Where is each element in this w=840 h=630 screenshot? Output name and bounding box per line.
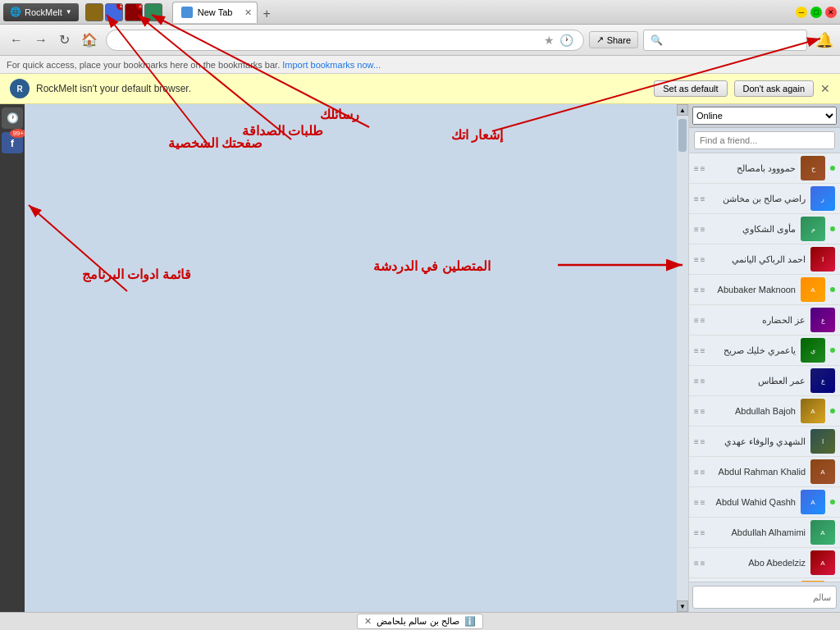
friend-list-item[interactable]: ≡ ≡ Abdul Rahman Khalid A bbox=[689, 457, 840, 487]
friend-action-buttons: ≡ ≡ bbox=[694, 528, 705, 537]
friend-more-btn[interactable]: ≡ bbox=[701, 346, 705, 355]
friend-more-btn[interactable]: ≡ bbox=[701, 255, 705, 264]
friend-more-btn[interactable]: ≡ bbox=[701, 528, 705, 537]
friend-action-buttons: ≡ ≡ bbox=[694, 255, 705, 264]
notification-bell-icon[interactable]: 🔔 bbox=[815, 31, 833, 49]
rockmelt-menu-button[interactable]: 🌐 RockMelt ▼ bbox=[3, 3, 79, 21]
friend-chat-btn[interactable]: ≡ bbox=[694, 437, 699, 446]
friends-filter-select[interactable]: Online All Friends bbox=[692, 107, 837, 125]
scroll-up-button[interactable]: ▲ bbox=[677, 104, 688, 116]
friend-more-btn[interactable]: ≡ bbox=[701, 194, 705, 203]
friend-action-buttons: ≡ ≡ bbox=[694, 437, 705, 446]
friend-chat-btn[interactable]: ≡ bbox=[694, 255, 699, 264]
import-bookmarks-link[interactable]: Import bookmarks now... bbox=[282, 60, 381, 70]
friend-list-item[interactable]: ≡ ≡ Abdullah Bajoh A bbox=[689, 396, 840, 427]
friend-more-btn[interactable]: ≡ bbox=[701, 377, 705, 386]
bookmark-icon[interactable]: ★ bbox=[544, 34, 555, 47]
friend-list-item[interactable]: ≡ ≡ ياعمري خليك صريح ي bbox=[689, 336, 840, 366]
friend-chat-btn[interactable]: ≡ bbox=[694, 559, 699, 568]
set-default-button[interactable]: Set as default bbox=[654, 80, 727, 97]
friend-chat-btn[interactable]: ≡ bbox=[694, 407, 699, 416]
history-icon[interactable]: 🕐 bbox=[559, 34, 573, 47]
bookmarks-bar: For quick access, place your bookmarks h… bbox=[0, 56, 840, 74]
tab-new-tab[interactable]: New Tab ✕ bbox=[172, 2, 258, 23]
friend-chat-btn[interactable]: ≡ bbox=[694, 468, 699, 477]
friend-action-buttons: ≡ ≡ bbox=[694, 377, 705, 386]
dropdown-arrow-icon: ▼ bbox=[66, 8, 72, 16]
dont-ask-button[interactable]: Don't ask again bbox=[734, 80, 814, 97]
friend-chat-btn[interactable]: ≡ bbox=[694, 498, 699, 507]
friend-more-btn[interactable]: ≡ bbox=[701, 316, 705, 325]
friend-action-buttons: ≡ ≡ bbox=[694, 559, 705, 568]
friend-chat-btn[interactable]: ≡ bbox=[694, 164, 699, 173]
friend-chat-btn[interactable]: ≡ bbox=[694, 316, 699, 325]
friend-chat-btn[interactable]: ≡ bbox=[694, 377, 699, 386]
friend-more-btn[interactable]: ≡ bbox=[701, 164, 705, 173]
title-bar: 🌐 RockMelt ▼ 1 2 New Tab ✕ + ─ □ ✕ bbox=[0, 0, 840, 25]
notification-banner: R RockMelt isn't your default browser. S… bbox=[0, 74, 840, 104]
friend-more-btn[interactable]: ≡ bbox=[701, 225, 705, 234]
close-button[interactable]: ✕ bbox=[825, 7, 837, 18]
status-bar-close[interactable]: ✕ bbox=[364, 616, 372, 627]
banner-close-button[interactable]: ✕ bbox=[820, 82, 830, 95]
friends-search-input[interactable] bbox=[694, 131, 835, 149]
chat-input[interactable] bbox=[692, 586, 837, 609]
status-bar: ℹ️ صالح بن سالم بلحامض ✕ bbox=[0, 612, 840, 630]
friend-list-item[interactable]: ≡ ≡ Abdul Wahid Qashh A bbox=[689, 487, 840, 518]
friend-action-buttons: ≡ ≡ bbox=[694, 225, 705, 234]
friend-chat-btn[interactable]: ≡ bbox=[694, 528, 699, 537]
friend-avatar-2[interactable]: 1 bbox=[105, 3, 123, 21]
friend-name-text: Abubaker Maknoon bbox=[710, 285, 796, 294]
home-button[interactable]: 🏠 bbox=[78, 30, 101, 49]
share-button[interactable]: ↗ Share bbox=[589, 31, 638, 48]
minimize-button[interactable]: ─ bbox=[796, 7, 807, 18]
back-button[interactable]: ← bbox=[7, 31, 26, 49]
friend-name-text: الشهدي والوفاء عهدي bbox=[710, 436, 806, 447]
friend-more-btn[interactable]: ≡ bbox=[701, 437, 705, 446]
sidebar-item-clock[interactable]: 🕐 bbox=[2, 107, 23, 129]
friend-avatar-img: A bbox=[801, 490, 825, 514]
friend-list-item[interactable]: ≡ ≡ الشهدي والوفاء عهدي ا bbox=[689, 427, 840, 457]
profile-avatar[interactable] bbox=[85, 3, 103, 21]
browser-title: RockMelt bbox=[25, 7, 62, 17]
friend-more-btn[interactable]: ≡ bbox=[701, 468, 705, 477]
status-username: صالح بن سالم بلحامض bbox=[377, 616, 459, 627]
reload-button[interactable]: ↻ bbox=[56, 30, 73, 49]
maximize-button[interactable]: □ bbox=[810, 7, 822, 18]
friend-list-item[interactable]: ≡ ≡ راضي صالح بن مخاشن ر bbox=[689, 184, 840, 214]
new-tab-button[interactable]: + bbox=[258, 5, 275, 23]
friend-list-item[interactable]: ≡ ≡ Abubaker Maknoon A bbox=[689, 275, 840, 305]
friend-name-text: عز الحضاره bbox=[710, 315, 806, 326]
scroll-down-button[interactable]: ▼ bbox=[677, 600, 688, 612]
friend-list-item[interactable]: ≡ ≡ Abo Abedelziz A bbox=[689, 548, 840, 578]
friend-list-item[interactable]: ≡ ≡ احمد الرباكي اليانمي ا bbox=[689, 244, 840, 275]
friend-avatar-4[interactable] bbox=[144, 3, 162, 21]
friend-list-item[interactable]: ≡ ≡ عز الحضاره ع bbox=[689, 305, 840, 336]
friend-more-btn[interactable]: ≡ bbox=[701, 559, 705, 568]
friend-avatar-3[interactable]: 2 bbox=[125, 3, 143, 21]
friend-list-item[interactable]: ≡ ≡ مأوى الشكاوي م bbox=[689, 214, 840, 244]
friend-chat-btn[interactable]: ≡ bbox=[694, 225, 699, 234]
tab-favicon bbox=[181, 7, 193, 18]
tab-close-button[interactable]: ✕ bbox=[244, 7, 252, 18]
friend-name-text: Abdullah Bajoh bbox=[710, 406, 796, 416]
address-bar[interactable]: ★ 🕐 bbox=[106, 30, 584, 51]
vertical-scrollbar[interactable]: ▲ ▼ bbox=[677, 104, 688, 612]
friend-name-text: مأوى الشكاوي bbox=[710, 224, 796, 235]
status-icon: ℹ️ bbox=[464, 616, 476, 627]
friend-list-item[interactable]: ≡ ≡ عمر العطاس ع bbox=[689, 366, 840, 396]
friend-chat-btn[interactable]: ≡ bbox=[694, 285, 699, 294]
friends-list: ≡ ≡ حمووود بامصالح ح ≡ ≡ راضي صالح بن مخ… bbox=[689, 153, 840, 582]
sidebar-item-facebook[interactable]: f 99+ bbox=[2, 132, 23, 153]
friend-chat-btn[interactable]: ≡ bbox=[694, 194, 699, 203]
friend-list-item[interactable]: ≡ ≡ Abdullah Alhamimi A bbox=[689, 518, 840, 548]
friend-more-btn[interactable]: ≡ bbox=[701, 285, 705, 294]
scroll-thumb[interactable] bbox=[678, 119, 687, 152]
friend-more-btn[interactable]: ≡ bbox=[701, 407, 705, 416]
friends-search-area bbox=[689, 128, 840, 153]
friend-more-btn[interactable]: ≡ bbox=[701, 498, 705, 507]
friend-chat-btn[interactable]: ≡ bbox=[694, 346, 699, 355]
search-input[interactable] bbox=[643, 30, 807, 51]
friend-list-item[interactable]: ≡ ≡ حمووود بامصالح ح bbox=[689, 153, 840, 184]
forward-button[interactable]: → bbox=[31, 31, 51, 49]
